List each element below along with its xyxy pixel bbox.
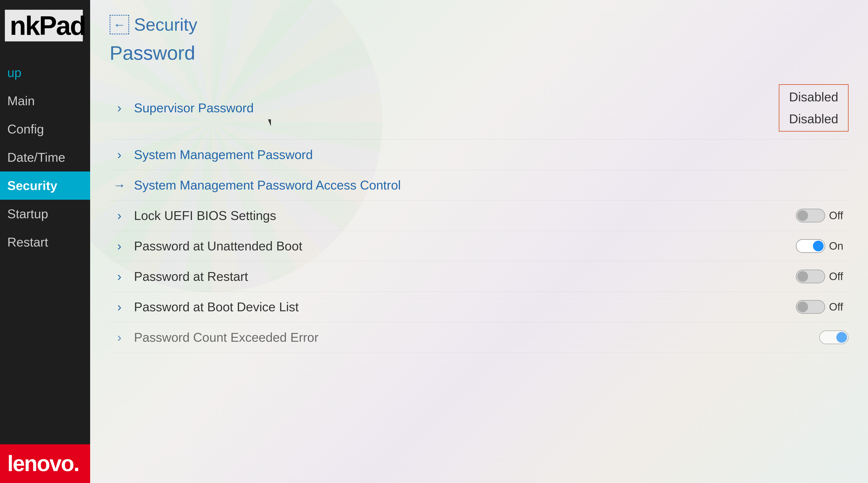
arrow-icon: → [110, 178, 129, 192]
settings-list: › Supervisor Password Disabled Disabled … [110, 76, 848, 353]
system-management-password-label: System Management Password [129, 148, 848, 162]
password-unattended-boot-toggle[interactable] [796, 239, 825, 253]
system-management-password-row[interactable]: › System Management Password [110, 139, 848, 170]
password-restart-toggle-label: Off [829, 270, 848, 283]
password-boot-device-list-toggle-container: Off [796, 300, 848, 314]
system-management-password-value-inline: Disabled [789, 111, 838, 126]
lock-uefi-label: Lock UEFI BIOS Settings [129, 208, 796, 223]
password-count-exceeded-row[interactable]: › Password Count Exceeded Error [110, 322, 848, 353]
sidebar-item-main[interactable]: Main [0, 87, 90, 115]
chevron-icon-4: › [110, 239, 129, 253]
password-restart-toggle[interactable] [796, 270, 825, 283]
password-count-exceeded-toggle-container [819, 330, 848, 344]
logo-text: nkPad [5, 10, 83, 41]
lenovo-text: lenovo. [7, 451, 79, 476]
password-count-exceeded-label: Password Count Exceeded Error [129, 330, 819, 345]
chevron-icon-5: › [110, 269, 129, 284]
password-boot-device-list-toggle[interactable] [796, 300, 825, 314]
sidebar-logo: nkPad [0, 0, 90, 54]
smp-access-control-row[interactable]: → System Management Password Access Cont… [110, 170, 848, 200]
password-boot-device-list-label: Password at Boot Device List [129, 299, 796, 314]
lock-uefi-toggle-label: Off [829, 210, 848, 222]
sidebar-item-startup[interactable]: Startup [0, 200, 90, 228]
password-boot-device-list-row[interactable]: › Password at Boot Device List Off [110, 292, 848, 322]
smp-access-control-label: System Management Password Access Contro… [129, 178, 848, 192]
toggle-knob-on [813, 240, 824, 251]
password-unattended-boot-toggle-container: On [796, 239, 848, 253]
password-unattended-boot-row[interactable]: › Password at Unattended Boot On [110, 231, 848, 261]
lock-uefi-toggle[interactable] [796, 209, 825, 222]
main-content: ← Security Password › Supervisor Passwor… [90, 0, 868, 483]
sidebar-item-restart[interactable]: Restart [0, 228, 90, 256]
password-unattended-boot-label: Password at Unattended Boot [129, 239, 796, 253]
sidebar-nav: up Main Config Date/Time Security Startu… [0, 54, 90, 444]
back-button[interactable]: ← [110, 15, 129, 34]
lock-uefi-toggle-container: Off [796, 209, 848, 222]
chevron-icon-3: › [110, 208, 129, 223]
page-title: Security [134, 14, 197, 35]
chevron-icon-2: › [110, 148, 129, 162]
chevron-icon-7: › [110, 330, 129, 345]
sidebar-item-config[interactable]: Config [0, 115, 90, 143]
supervisor-password-value: Disabled [789, 90, 838, 104]
password-restart-toggle-container: Off [796, 270, 848, 283]
toggle-knob-boot-device [797, 301, 808, 312]
back-arrow-icon: ← [113, 18, 126, 31]
toggle-knob-restart [797, 271, 808, 282]
chevron-icon-6: › [110, 299, 129, 314]
disabled-box: Disabled Disabled [779, 84, 848, 131]
password-unattended-boot-toggle-label: On [829, 240, 848, 252]
password-restart-label: Password at Restart [129, 269, 796, 284]
password-count-exceeded-toggle[interactable] [819, 330, 848, 344]
page-header: ← Security [110, 14, 848, 35]
toggle-knob [797, 210, 808, 221]
lock-uefi-row[interactable]: › Lock UEFI BIOS Settings Off [110, 200, 848, 231]
sidebar-item-security[interactable]: Security [0, 171, 90, 200]
supervisor-password-row[interactable]: › Supervisor Password Disabled Disabled [110, 76, 848, 139]
password-boot-device-list-toggle-label: Off [829, 301, 848, 313]
toggle-knob-exceeded [836, 332, 847, 343]
section-title: Password [110, 42, 848, 67]
password-restart-row[interactable]: › Password at Restart Off [110, 261, 848, 292]
supervisor-password-label: Supervisor Password [129, 101, 779, 115]
sidebar-item-datetime[interactable]: Date/Time [0, 143, 90, 171]
chevron-icon: › [110, 101, 129, 115]
sidebar: nkPad up Main Config Date/Time Security … [0, 0, 90, 483]
sidebar-item-up[interactable]: up [0, 59, 90, 87]
lenovo-logo: lenovo. [0, 444, 90, 483]
